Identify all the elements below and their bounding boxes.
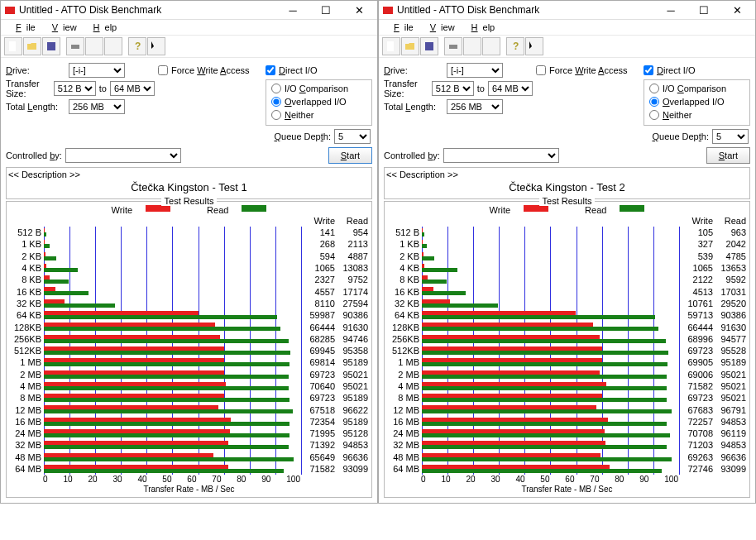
- save-button[interactable]: [42, 37, 60, 55]
- new-file-button[interactable]: [4, 37, 22, 55]
- overlapped-io-radio[interactable]: [271, 97, 281, 107]
- force-write-checkbox[interactable]: [536, 65, 546, 75]
- controlled-by-select[interactable]: [65, 148, 181, 163]
- zoom-reset-button[interactable]: [482, 37, 500, 55]
- data-row: 16 KB455717174: [10, 285, 368, 297]
- zoom-reset-button[interactable]: [104, 37, 122, 55]
- read-value: 27594: [337, 299, 368, 308]
- total-length-select[interactable]: 256 MB: [447, 99, 503, 114]
- menu-help[interactable]: Help: [84, 22, 122, 33]
- neither-radio[interactable]: [649, 110, 659, 120]
- menu-file[interactable]: File: [384, 22, 419, 33]
- legend-read-label: Read: [207, 205, 228, 215]
- io-comparison-radio[interactable]: [271, 84, 281, 93]
- row-label: 512KB: [10, 346, 42, 356]
- row-label: 48 MB: [10, 452, 42, 462]
- write-value: 1065: [304, 263, 335, 273]
- start-button[interactable]: Start: [328, 147, 372, 164]
- row-chart: [422, 439, 680, 451]
- write-value: 72746: [682, 464, 713, 474]
- maximize-button[interactable]: ☐: [309, 2, 342, 18]
- whats-this-button[interactable]: ?: [525, 37, 543, 55]
- direct-io-checkbox[interactable]: [644, 65, 653, 75]
- minimize-button[interactable]: ─: [654, 2, 687, 18]
- control-row: Controlled by:Start: [1, 146, 377, 165]
- neither-radio[interactable]: [271, 110, 281, 120]
- menu-view[interactable]: View: [42, 22, 82, 33]
- controlled-by-select[interactable]: [443, 148, 559, 163]
- data-row: 32 KB1076129520: [388, 298, 746, 309]
- maximize-button[interactable]: ☐: [687, 2, 720, 18]
- queue-depth-select[interactable]: 5: [712, 129, 749, 144]
- close-button[interactable]: ✕: [720, 2, 754, 18]
- overlapped-io-label: Overlapped I/O: [285, 97, 347, 107]
- results-panel: Test ResultsWriteReadWriteRead512 B14195…: [6, 201, 372, 498]
- data-row: 32 MB7139294853: [10, 439, 368, 451]
- legend-read-label: Read: [585, 205, 606, 215]
- whats-this-button[interactable]: ?: [147, 37, 165, 55]
- settings-form: Drive:[-i-]Transfer Size:512 Bto64 MBTot…: [1, 58, 377, 127]
- open-button[interactable]: [401, 37, 419, 55]
- app-icon: [382, 4, 394, 16]
- force-write-checkbox[interactable]: [158, 65, 168, 75]
- transfer-to-select[interactable]: 64 MB: [110, 81, 155, 96]
- transfer-from-select[interactable]: 512 B: [432, 81, 474, 96]
- save-button[interactable]: [420, 37, 438, 55]
- drive-select[interactable]: [-i-]: [447, 63, 503, 78]
- row-chart: [422, 380, 680, 392]
- data-row: 128KB6644491630: [388, 321, 746, 332]
- read-value: 17031: [715, 287, 746, 297]
- data-row: 1 KB3272042: [388, 238, 746, 250]
- io-mode-group: I/O ComparisonOverlapped I/ONeither: [266, 79, 372, 126]
- row-chart: [422, 356, 680, 368]
- read-value: 93099: [715, 464, 746, 474]
- read-bar: [422, 433, 670, 437]
- row-label: 1 KB: [388, 239, 420, 249]
- transfer-from-select[interactable]: 512 B: [54, 81, 96, 96]
- window-1: Untitled - ATTO Disk Benchmark─☐✕FileVie…: [378, 0, 756, 504]
- menu-view[interactable]: View: [420, 22, 460, 33]
- controlled-by-label: Controlled by:: [6, 151, 62, 160]
- data-row: 8 KB23279752: [10, 274, 368, 285]
- io-comparison-radio[interactable]: [649, 84, 659, 93]
- start-button[interactable]: Start: [706, 147, 750, 164]
- row-chart: [44, 369, 302, 380]
- titlebar: Untitled - ATTO Disk Benchmark─☐✕: [1, 1, 377, 20]
- queue-depth-select[interactable]: 5: [334, 129, 371, 144]
- close-button[interactable]: ✕: [342, 2, 376, 18]
- write-value: 4513: [682, 287, 713, 297]
- total-length-select[interactable]: 256 MB: [69, 99, 125, 114]
- help-button[interactable]: ?: [128, 37, 146, 55]
- direct-io-checkbox[interactable]: [266, 65, 275, 75]
- transfer-to-select[interactable]: 64 MB: [488, 81, 533, 96]
- row-label: 2 MB: [10, 370, 42, 380]
- data-row: 64 MB7158293099: [10, 463, 368, 475]
- drive-select[interactable]: [-i-]: [69, 63, 125, 78]
- read-value: 94577: [715, 334, 746, 344]
- menu-help[interactable]: Help: [462, 22, 500, 33]
- help-button[interactable]: ?: [506, 37, 524, 55]
- row-label: 8 MB: [388, 393, 420, 403]
- zoom-in-button[interactable]: [85, 37, 103, 55]
- print-button[interactable]: [444, 37, 462, 55]
- read-value: 4785: [715, 251, 746, 261]
- print-button[interactable]: [66, 37, 84, 55]
- data-row: 128KB6644491630: [10, 321, 368, 332]
- results-panel: Test ResultsWriteReadWriteRead512 B10596…: [384, 201, 750, 498]
- row-label: 8 KB: [388, 275, 420, 284]
- overlapped-io-radio[interactable]: [649, 97, 659, 107]
- row-chart: [44, 251, 302, 262]
- write-value: 327: [682, 239, 713, 249]
- new-file-button[interactable]: [382, 37, 400, 55]
- col-read: Read: [337, 216, 368, 226]
- minimize-button[interactable]: ─: [276, 2, 309, 18]
- row-label: 48 MB: [388, 452, 420, 462]
- read-value: 13653: [715, 263, 746, 273]
- legend-write-swatch: [524, 205, 548, 212]
- read-bar: [44, 327, 280, 331]
- open-button[interactable]: [23, 37, 41, 55]
- menu-file[interactable]: File: [6, 22, 41, 33]
- toolbar: ??: [1, 35, 377, 58]
- svg-rect-0: [5, 7, 15, 14]
- zoom-in-button[interactable]: [463, 37, 481, 55]
